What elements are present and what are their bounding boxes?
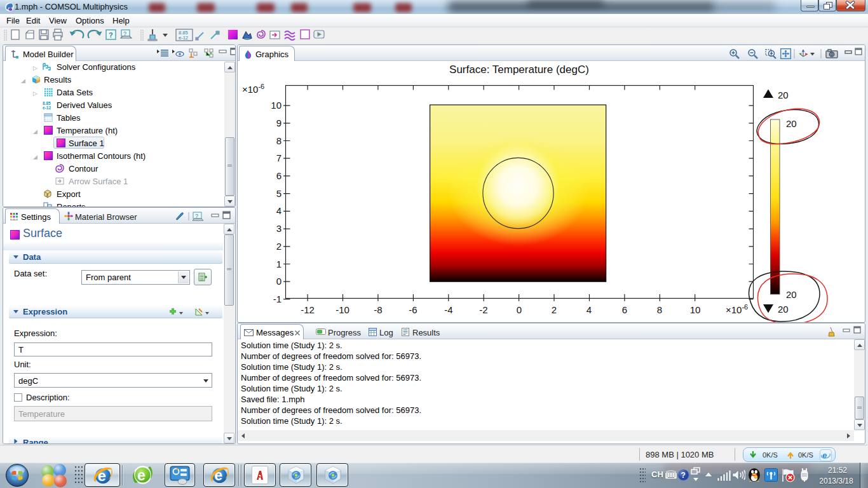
svg-text:10: 10	[690, 304, 701, 315]
svg-text:e-12: e-12	[179, 35, 188, 41]
svg-text:1: 1	[276, 259, 281, 269]
svg-text:-12: -12	[301, 304, 315, 315]
svg-text:?: ?	[123, 30, 126, 37]
svg-text:-2: -2	[479, 304, 487, 315]
svg-text:6: 6	[276, 170, 281, 181]
svg-text:3: 3	[276, 223, 281, 234]
svg-text:8.85: 8.85	[43, 101, 51, 105]
svg-text:8: 8	[276, 135, 281, 146]
svg-text:e-12: e-12	[43, 105, 51, 110]
svg-text:0: 0	[276, 276, 281, 287]
svg-text:×10-6: ×10-6	[242, 83, 264, 95]
svg-text:5: 5	[276, 188, 281, 199]
svg-text:20: 20	[778, 304, 789, 315]
svg-text:?: ?	[681, 471, 686, 480]
svg-text:2: 2	[276, 241, 281, 252]
svg-text:×10-6: ×10-6	[726, 303, 748, 315]
svg-text:10: 10	[271, 100, 281, 111]
svg-text:-6: -6	[409, 304, 417, 315]
svg-text:-10: -10	[336, 304, 349, 315]
svg-text:Surface: Temperature (degC): Surface: Temperature (degC)	[449, 64, 589, 76]
svg-text:6: 6	[622, 304, 627, 315]
svg-text:?: ?	[109, 31, 113, 39]
svg-text:4: 4	[276, 205, 281, 216]
svg-text:-4: -4	[444, 304, 452, 315]
svg-text:0: 0	[517, 304, 522, 315]
svg-text:-1: -1	[273, 294, 281, 304]
svg-text:8: 8	[657, 304, 662, 315]
svg-text:9: 9	[276, 118, 281, 128]
svg-text:7: 7	[276, 152, 281, 163]
svg-text:?: ?	[195, 213, 198, 219]
svg-text:z: z	[46, 193, 48, 197]
svg-text:-8: -8	[374, 304, 382, 315]
svg-text:20: 20	[786, 118, 797, 129]
svg-text:2: 2	[552, 304, 557, 315]
svg-text:20: 20	[778, 90, 789, 100]
svg-text:4: 4	[587, 304, 592, 315]
svg-text:20: 20	[786, 289, 797, 300]
